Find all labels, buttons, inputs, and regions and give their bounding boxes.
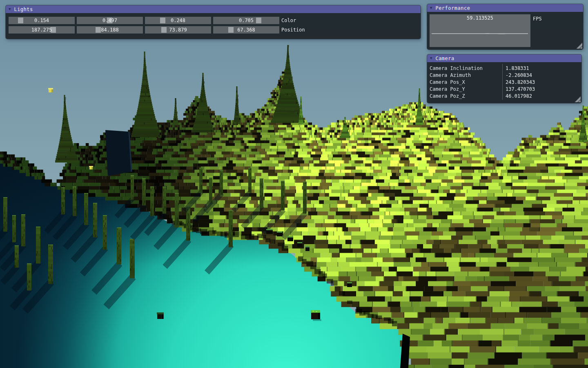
lights-panel-body: 0.154 0.497 0.248 0.705 Color 187.275 [6,13,421,39]
camera-row-azimuth: Camera Azimuth -2.260834 [427,72,581,79]
camera-param-label: Camera Poz_Y [430,86,465,93]
camera-param-label: Camera Azimuth [430,72,471,79]
performance-panel-body: 59.113525 FPS [427,12,583,49]
light-color-slider-1[interactable]: 0.154 [9,17,75,24]
camera-panel: ▼ Camera Camera Inclination 1.838331 Cam… [427,54,581,103]
collapse-triangle-icon[interactable]: ▼ [430,6,432,10]
color-row-label: Color [281,17,296,24]
camera-param-value: 137.470703 [506,86,535,93]
fps-graph: 59.113525 [430,14,530,47]
slider-value: 73.879 [145,26,211,34]
slider-value: 84.188 [77,26,143,34]
camera-panel-header[interactable]: ▼ Camera [427,54,581,62]
camera-param-label: Camera Poz_Z [430,93,465,100]
light-position-slider-4[interactable]: 67.368 [213,26,279,34]
slider-value: 0.154 [9,17,75,24]
light-color-slider-2[interactable]: 0.497 [77,17,143,24]
camera-panel-body: Camera Inclination 1.838331 Camera Azimu… [427,62,581,103]
performance-panel-title: Performance [435,5,470,11]
lights-panel-header[interactable]: ▼ Lights [6,5,421,13]
position-row-label: Position [281,26,305,34]
light-position-slider-1[interactable]: 187.275 [9,26,75,34]
camera-panel-title: Camera [435,56,454,61]
slider-value: 67.368 [213,26,279,34]
slider-value: 0.497 [77,17,143,24]
app-window: ▼ Lights 0.154 0.497 0.248 0.705 Color [0,0,588,368]
fps-label: FPS [533,16,542,22]
lights-panel-title: Lights [14,7,33,12]
resize-grip-icon[interactable] [576,43,582,49]
lights-panel: ▼ Lights 0.154 0.497 0.248 0.705 Color [6,5,421,39]
camera-row-pos-x: Camera Pos_X 243.820343 [427,79,581,86]
camera-param-label: Camera Inclination [430,65,483,72]
performance-panel: ▼ Performance 59.113525 FPS [427,4,583,49]
camera-row-pos-y: Camera Poz_Y 137.470703 [427,86,581,93]
camera-param-value: 243.820343 [506,79,535,86]
camera-param-label: Camera Pos_X [430,79,465,86]
camera-row-pos-z: Camera Poz_Z 46.017982 [427,93,581,100]
light-color-slider-4[interactable]: 0.705 [213,17,279,24]
slider-value: 0.705 [213,17,279,24]
camera-param-value: 46.017982 [506,93,532,100]
collapse-triangle-icon[interactable]: ▼ [9,7,11,11]
slider-value: 187.275 [9,26,75,34]
camera-param-value: -2.260834 [506,72,532,79]
camera-row-inclination: Camera Inclination 1.838331 [427,65,581,72]
light-position-slider-3[interactable]: 73.879 [145,26,211,34]
light-position-slider-2[interactable]: 84.188 [77,26,143,34]
collapse-triangle-icon[interactable]: ▼ [430,56,432,60]
fps-value: 59.113525 [430,15,530,21]
slider-value: 0.248 [145,17,211,24]
camera-param-value: 1.838331 [506,65,529,72]
light-color-slider-3[interactable]: 0.248 [145,17,211,24]
performance-panel-header[interactable]: ▼ Performance [427,4,583,12]
